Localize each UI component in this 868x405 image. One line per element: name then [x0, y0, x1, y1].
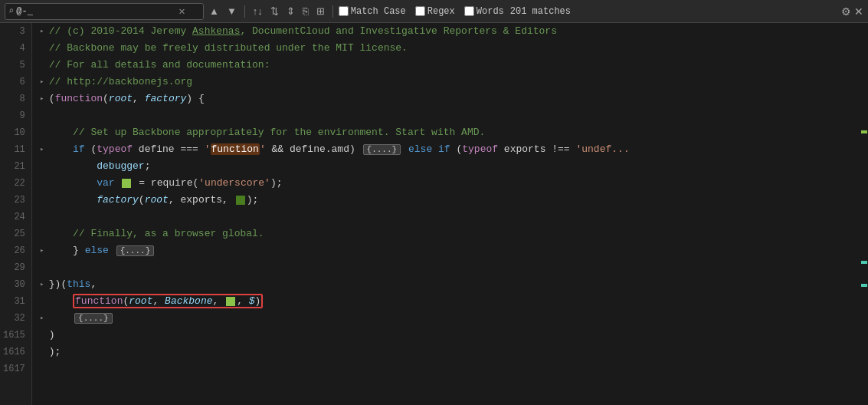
- code-text-4: // Backbone may be freely distributed un…: [49, 40, 408, 57]
- code-line-1616: );: [37, 344, 868, 361]
- fold-icon-8[interactable]: ▸: [37, 94, 47, 104]
- fold-icon-26[interactable]: ▸: [37, 245, 47, 256]
- code-text-22: var = require('underscore');: [49, 175, 283, 192]
- code-line-22: var = require('underscore');: [37, 175, 868, 192]
- separator2: [332, 5, 333, 18]
- code-text-6: // http://backbonejs.org: [49, 74, 192, 91]
- clear-search-button[interactable]: ✕: [179, 5, 185, 18]
- line-num-22: 22: [3, 175, 25, 192]
- code-text-11: if (typeof define === 'function' && defi…: [49, 141, 630, 158]
- line-num-11: 11: [3, 141, 25, 158]
- fold-icon-32[interactable]: ▸: [37, 313, 47, 324]
- fold-icon-23: [37, 195, 47, 206]
- fold-icon-1616: [37, 347, 47, 357]
- settings-button[interactable]: ⚙ ✕: [841, 5, 863, 18]
- line-num-3: 3: [3, 23, 25, 40]
- code-text-1616: );: [49, 344, 61, 361]
- line-num-25: 25: [3, 226, 25, 242]
- match-case-label[interactable]: Match Case: [339, 6, 406, 17]
- line-num-1615: 1615: [3, 327, 25, 344]
- prev-match-button[interactable]: ▲: [207, 5, 221, 18]
- code-line-25: // Finally, as a browser global.: [37, 226, 868, 242]
- code-text-25: // Finally, as a browser global.: [49, 226, 264, 242]
- code-text-26: } else {....}: [49, 242, 156, 259]
- scrollbar-markers: [860, 23, 868, 405]
- fold-icon-30[interactable]: ▸: [37, 279, 47, 290]
- sort-button2[interactable]: ⇅: [268, 5, 281, 18]
- code-text-31: function(root, Backbone, , $): [49, 293, 264, 310]
- code-line-29: [37, 259, 868, 276]
- code-line-1617: [37, 361, 868, 377]
- code-line-31: function(root, Backbone, , $): [37, 293, 868, 310]
- line-num-9: 9: [3, 107, 25, 124]
- words-checkbox[interactable]: [464, 6, 474, 16]
- code-line-4: // Backbone may be freely distributed un…: [37, 40, 868, 57]
- words-label[interactable]: Words: [464, 6, 504, 17]
- words-text: Words: [477, 6, 504, 17]
- line-num-23: 23: [3, 192, 25, 209]
- code-text-1615: ): [49, 327, 55, 344]
- code-line-6: ▸ // http://backbonejs.org: [37, 74, 868, 91]
- scroll-marker-1: [861, 130, 867, 133]
- fold-icon-11[interactable]: ▸: [37, 144, 47, 155]
- line-num-8: 8: [3, 91, 25, 107]
- sort-up-button[interactable]: ↑↓: [251, 5, 265, 18]
- line-num-6: 6: [3, 74, 25, 91]
- code-line-5: // For all details and documentation:: [37, 57, 868, 74]
- code-text-1617: [49, 361, 55, 377]
- code-text-10: // Set up Backbone appropriately for the…: [49, 124, 486, 141]
- next-match-button[interactable]: ▼: [224, 5, 239, 18]
- code-line-8: ▸ (function(root, factory) {: [37, 91, 868, 107]
- search-icon: ⌕: [8, 5, 14, 17]
- regex-label[interactable]: Regex: [415, 6, 455, 17]
- sort-button3[interactable]: ⇕: [284, 5, 297, 18]
- code-text-9: [49, 107, 55, 124]
- fold-icon-25: [37, 229, 47, 239]
- fold-icon-5: [37, 60, 47, 71]
- fold-icon-4: [37, 43, 47, 54]
- code-text-24: [49, 209, 55, 226]
- code-line-23: factory(root, exports, );: [37, 192, 868, 209]
- code-text-3: // (c) 2010-2014 Jeremy Ashkenas, Docume…: [49, 23, 557, 40]
- search-input-wrap[interactable]: ⌕ ✕: [5, 3, 204, 20]
- regex-text: Regex: [427, 6, 455, 17]
- line-num-24: 24: [3, 209, 25, 226]
- fold-icon-29: [37, 262, 47, 273]
- code-content: ▸ // (c) 2010-2014 Jeremy Ashkenas, Docu…: [32, 23, 868, 405]
- code-text-8: (function(root, factory) {: [49, 91, 205, 107]
- fold-icon-1617: [37, 364, 47, 374]
- fold-icon-6[interactable]: ▸: [37, 77, 47, 87]
- code-line-26: ▸ } else {....}: [37, 242, 868, 259]
- fold-icon-9: [37, 110, 47, 121]
- search-input[interactable]: [16, 6, 177, 17]
- code-line-10: // Set up Backbone appropriately for the…: [37, 124, 868, 141]
- code-line-24: [37, 209, 868, 226]
- code-text-30: })(this,: [49, 276, 97, 293]
- line-numbers: 3 4 5 6 8 9 10 11 21 22 23 24 25 26 29 3…: [0, 23, 32, 405]
- line-num-29: 29: [3, 259, 25, 276]
- line-num-1617: 1617: [3, 361, 25, 377]
- code-line-30: ▸ })(this,: [37, 276, 868, 293]
- line-num-21: 21: [3, 158, 25, 175]
- match-case-checkbox[interactable]: [339, 6, 349, 16]
- code-text-21: debugger;: [49, 158, 151, 175]
- code-line-11: ▸ if (typeof define === 'function' && de…: [37, 141, 868, 158]
- code-text-23: factory(root, exports, );: [49, 192, 259, 209]
- fold-icon-3[interactable]: ▸: [37, 26, 47, 37]
- copy-button[interactable]: ⎘: [300, 5, 311, 18]
- code-line-1615: ): [37, 327, 868, 344]
- expand-button[interactable]: ⊞: [314, 5, 327, 18]
- code-area: 3 4 5 6 8 9 10 11 21 22 23 24 25 26 29 3…: [0, 23, 868, 405]
- search-bar: ⌕ ✕ ▲ ▼ ↑↓ ⇅ ⇕ ⎘ ⊞ Match Case Regex Word…: [0, 0, 868, 23]
- fold-icon-22: [37, 178, 47, 189]
- code-line-9: [37, 107, 868, 124]
- fold-icon-1615: [37, 330, 47, 341]
- regex-checkbox[interactable]: [415, 6, 425, 16]
- code-line-32: ▸ {....}: [37, 310, 868, 327]
- code-text-5: // For all details and documentation:: [49, 57, 270, 74]
- fold-icon-10: [37, 127, 47, 138]
- fold-icon-24: [37, 212, 47, 222]
- line-num-32: 32: [3, 310, 25, 327]
- match-count: 201 matches: [510, 6, 571, 17]
- line-num-10: 10: [3, 124, 25, 141]
